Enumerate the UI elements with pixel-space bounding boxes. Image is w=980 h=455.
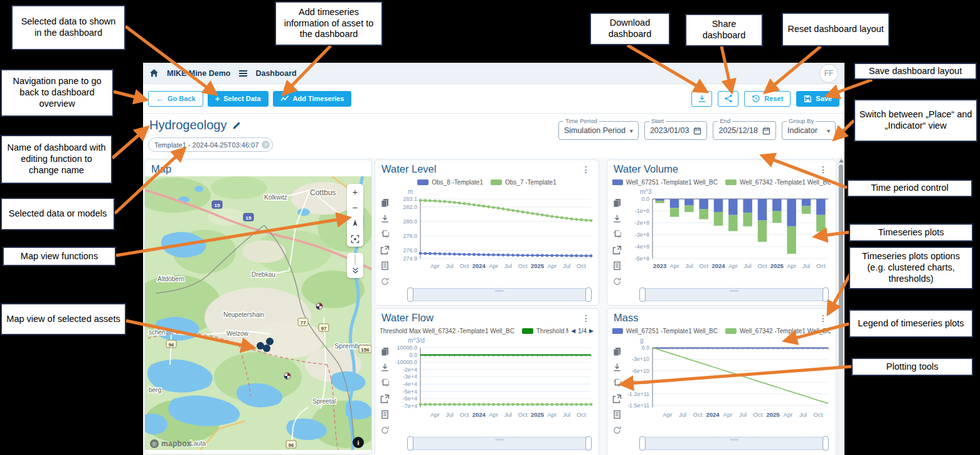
time-range-slider[interactable] <box>640 288 828 301</box>
zoom-area-icon[interactable] <box>612 378 622 388</box>
timeseries-plot[interactable]: 283.1282.0280.0278.0276.0274.9AprJulOct2… <box>391 196 595 272</box>
asset-dot[interactable] <box>266 338 274 345</box>
legend-pagination[interactable]: ◀1/4▶ <box>568 328 594 335</box>
zoom-out-icon[interactable] <box>612 394 622 404</box>
legend-item[interactable]: Obs_8 -Template1 <box>417 179 483 186</box>
refresh-icon[interactable] <box>612 426 622 435</box>
copy-icon[interactable] <box>612 198 622 208</box>
legend-next-icon[interactable]: ▶ <box>589 328 594 334</box>
scrollbar-thumb[interactable] <box>839 164 843 369</box>
download-icon[interactable] <box>380 214 390 223</box>
map-zoom-out-button[interactable]: − <box>347 200 363 215</box>
map-canvas[interactable]: KolkwitzCottbusDrebkauAltdöbernNeupeters… <box>145 176 371 450</box>
map-locate-button[interactable] <box>347 231 363 247</box>
map-zoom-in-button[interactable]: + <box>347 184 363 200</box>
slider-right-handle[interactable] <box>823 287 829 302</box>
refresh-icon[interactable] <box>612 277 622 286</box>
top-navigation-bar: MIKE Mine Demo Dashboard FF <box>143 63 844 84</box>
template-chip[interactable]: Template1 - 2024-04-25T03:46:07 × <box>148 137 273 152</box>
select-data-button[interactable]: + Select Data <box>208 91 269 107</box>
timeseries-plot[interactable]: 10000.00.0-10000.0-2e+4-3e+4-4e+4-5e+4-6… <box>391 345 595 421</box>
timeseries-plot[interactable]: 0.0-1e+8-2e+8-3e+8-4e+8-5e+82023AprJulOc… <box>624 196 832 272</box>
zoom-out-icon[interactable] <box>612 245 622 255</box>
chart-options-kebab-icon[interactable]: ⋮ <box>580 314 592 323</box>
collapse-chevrons-icon[interactable] <box>351 265 360 277</box>
legend-item[interactable]: Well_67251 -Template1 Well_BC <box>612 328 718 335</box>
vertical-scrollbar[interactable] <box>838 158 844 455</box>
data-table-icon[interactable] <box>612 410 622 419</box>
scroll-up-icon[interactable] <box>839 159 844 163</box>
zoom-area-icon[interactable] <box>380 230 390 239</box>
legend-item[interactable]: Threshold Max Well_67342 -Template1 Well… <box>380 328 514 335</box>
map-info-button[interactable]: i <box>353 437 364 448</box>
svg-text:Apr: Apr <box>489 262 498 269</box>
home-icon[interactable] <box>149 68 159 78</box>
zoom-area-icon[interactable] <box>612 230 622 239</box>
chart-legend[interactable]: Well_67251 -Template1 Well_BCWell_67342 … <box>612 328 831 335</box>
slider-right-handle[interactable] <box>585 436 592 451</box>
edit-pencil-icon[interactable] <box>232 120 242 130</box>
download-dashboard-button[interactable] <box>691 91 712 107</box>
reset-button[interactable]: Reset <box>744 91 791 107</box>
zoom-area-icon[interactable] <box>380 378 390 388</box>
copy-icon[interactable] <box>380 347 390 356</box>
menu-icon[interactable] <box>239 69 247 78</box>
legend-item[interactable]: Obs_7 -Template1 <box>491 179 557 186</box>
timeseries-plot[interactable]: 0.0-3e+10-6e+10-9e+10-1.2e+11-1.5e+11Apr… <box>624 345 832 421</box>
asset-dot[interactable] <box>263 345 270 352</box>
calendar-icon[interactable] <box>762 127 770 135</box>
map-compass-button[interactable] <box>347 215 363 231</box>
refresh-icon[interactable] <box>380 277 390 286</box>
start-control[interactable]: Start2023/01/03 <box>644 121 708 140</box>
copy-icon[interactable] <box>380 198 390 208</box>
add-timeseries-button[interactable]: Add Timeseries <box>273 91 352 107</box>
callout-text: Share dashboard <box>690 19 758 41</box>
chart-legend[interactable]: Well_67251 -Template1 Well_BCWell_67342 … <box>612 179 831 186</box>
chart-legend[interactable]: Obs_8 -Template1Obs_7 -Template1 <box>380 179 594 186</box>
save-button[interactable]: Save <box>796 91 839 107</box>
data-table-icon[interactable] <box>380 410 390 419</box>
slider-right-handle[interactable] <box>585 287 592 302</box>
callout-text: Save dashboard layout <box>869 66 962 77</box>
slider-right-handle[interactable] <box>823 436 829 451</box>
time-range-slider[interactable] <box>408 288 591 301</box>
refresh-icon[interactable] <box>380 426 390 435</box>
chart-options-kebab-icon[interactable]: ⋮ <box>817 314 829 323</box>
map-view[interactable]: KolkwitzCottbusDrebkauAltdöbernNeupeters… <box>145 176 371 452</box>
slider-left-handle[interactable] <box>639 287 646 302</box>
group-by-control[interactable]: Group ByIndicator▾ <box>782 121 836 140</box>
legend-item[interactable]: Well_67251 -Template1 Well_BC <box>612 179 718 186</box>
legend-item[interactable]: Threshold Min W <box>522 328 568 335</box>
zoom-out-icon[interactable] <box>380 245 390 255</box>
copy-icon[interactable] <box>612 347 622 356</box>
end-control[interactable]: End2025/12/18 <box>713 121 776 140</box>
share-dashboard-button[interactable] <box>718 91 738 107</box>
slider-left-handle[interactable] <box>407 287 413 302</box>
chevron-down-icon[interactable]: ▾ <box>630 127 633 134</box>
chart-legend[interactable]: Threshold Max Well_67342 -Template1 Well… <box>380 328 568 335</box>
axis-unit-label: m <box>375 188 599 196</box>
time-period-control[interactable]: Time PeriodSimulation Period▾ <box>558 121 639 140</box>
chip-close-icon[interactable]: × <box>262 141 270 149</box>
chart-options-kebab-icon[interactable]: ⋮ <box>580 165 592 174</box>
zoom-out-icon[interactable] <box>380 394 390 404</box>
go-back-button[interactable]: ← Go Back <box>148 91 203 107</box>
avatar[interactable]: FF <box>819 64 838 83</box>
download-icon[interactable] <box>380 363 390 372</box>
download-icon[interactable] <box>612 363 622 372</box>
slider-left-handle[interactable] <box>407 436 413 451</box>
svg-text:Oct: Oct <box>460 411 469 418</box>
time-range-slider[interactable] <box>640 437 828 450</box>
legend-item[interactable]: Well_67342 -Template1 Well_BC <box>725 179 831 186</box>
time-range-slider[interactable] <box>408 437 591 450</box>
data-table-icon[interactable] <box>612 261 622 270</box>
chevron-down-icon[interactable]: ▾ <box>827 127 830 134</box>
legend-item[interactable]: Well_67342 -Template1 Well_BC <box>725 328 831 335</box>
chart-options-kebab-icon[interactable]: ⋮ <box>817 165 829 174</box>
calendar-icon[interactable] <box>693 127 701 135</box>
download-icon[interactable] <box>612 214 622 223</box>
basemap-thumbnail-button[interactable] <box>354 254 356 265</box>
legend-prev-icon[interactable]: ◀ <box>571 328 575 334</box>
data-table-icon[interactable] <box>380 261 390 270</box>
slider-left-handle[interactable] <box>639 436 646 451</box>
